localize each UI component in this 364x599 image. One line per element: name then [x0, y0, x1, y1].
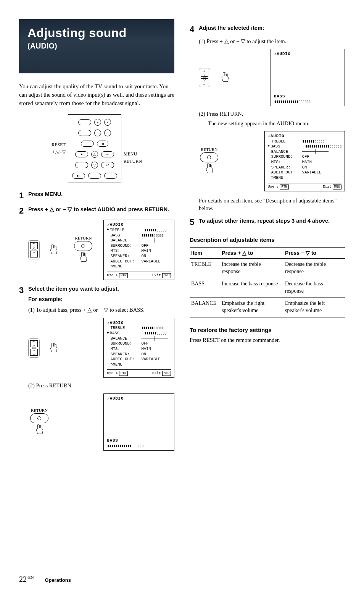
step-3-illustration-1: +△▽− ♪AUDIO TREBLE▮▮▮▮▮▮▯▯▯▯▯ BASS▮▮▮▮▮▮…	[28, 318, 174, 378]
hand-icon	[78, 252, 89, 263]
step-2: 2 Press + △ or − ▽ to select AUDIO and p…	[19, 206, 174, 216]
step-4-illustration-1: +△▽− ♪AUDIO BASS ▮▮▮▮▮▮▮▮▮▮▮▮▯▯▯▯▯▯	[199, 49, 345, 106]
label-return: RETURN	[124, 158, 142, 165]
step-3-line2: (2) Press RETURN.	[28, 382, 174, 389]
osd-screen-step2: ♪AUDIO TREBLE▮▮▮▮▮▮▯▯▯▯▯ BASS▮▮▮▮▮▮▯▯▯▯▯…	[103, 220, 174, 280]
return-label: RETURN	[199, 147, 219, 152]
hand-icon	[48, 244, 59, 256]
step-3-num: 3	[19, 285, 27, 295]
step-3-head2: For example:	[28, 296, 63, 302]
step-4-tail: For details on each item, see "Descripti…	[199, 197, 345, 212]
section-banner: Adjusting sound (AUDIO)	[19, 19, 174, 73]
step-3-head: Select the item you want to adjust.	[28, 286, 119, 292]
table-row: BASS Increase the bass response Decrease…	[190, 278, 345, 298]
remote-diagram: RESET +△/−▽ ++ −− ⏮ ●△→ ▽↩ ⏯ MENU RETURN	[19, 114, 174, 183]
step-3-line1: (1) To adjust bass, press + △ or − ▽ to …	[28, 306, 174, 314]
step-2-head: Press + △ or − ▽ to select AUDIO and pre…	[28, 206, 169, 212]
step-4-line2: (2) Press RETURN.	[199, 110, 345, 118]
step-1-head: Press MENU.	[28, 191, 63, 197]
step-2-illustration: +△▽− RETURN ♪AUDIO TREBLE▮▮▮▮▮▮▯▯▯▯▯ BAS…	[28, 220, 174, 280]
up-down-icon: +△▽−	[28, 338, 40, 358]
step-1: 1 Press MENU.	[19, 191, 174, 201]
return-label: RETURN	[28, 408, 50, 413]
step-4: 4 Adjust the selected item:	[190, 24, 345, 34]
step-3-illustration-2: RETURN ♪AUDIO BASS ▮▮▮▮▮▮▮▮▮▮▮▮▯▯▯▯▯▯	[28, 393, 174, 451]
up-down-icon: +△▽−	[199, 68, 210, 87]
hand-icon	[219, 72, 230, 83]
desc-table: Item Press + △ to Press − ▽ to TREBLE In…	[190, 247, 345, 317]
th-up: Press + △ to	[220, 247, 283, 259]
th-item: Item	[190, 247, 220, 259]
osd-screen-step4b: ♪AUDIO TREBLE▮▮▮▮▮▮▯▯▯▯▯ BASS▮▮▮▮▮▮▮▮▮▮▮…	[264, 131, 345, 191]
step-3: 3 Select the item you want to adjust. Fo…	[19, 285, 174, 303]
label-plusminus: +△/−▽	[52, 149, 66, 156]
step-5: 5 To adjust other items, repeat steps 3 …	[190, 217, 345, 227]
hand-icon	[34, 424, 45, 435]
page-lang: -EN	[27, 575, 34, 580]
step-1-num: 1	[19, 191, 27, 201]
label-menu: MENU	[124, 151, 142, 158]
osd-screen-step4a: ♪AUDIO BASS ▮▮▮▮▮▮▮▮▮▮▮▮▯▯▯▯▯▯	[271, 49, 345, 106]
step-4-line3: The new setting appears in the AUDIO men…	[208, 120, 345, 127]
banner-subtitle: (AUDIO)	[27, 42, 166, 50]
osd-screen-step3b: ♪AUDIO BASS ▮▮▮▮▮▮▮▮▮▮▮▮▯▯▯▯▯▯	[103, 393, 174, 451]
step-4-illustration-2: RETURN ♪AUDIO TREBLE▮▮▮▮▮▮▯▯▯▯▯ BASS▮▮▮▮…	[199, 131, 345, 191]
hand-icon	[204, 163, 214, 175]
hand-icon	[48, 342, 59, 354]
return-button-icon	[74, 241, 92, 251]
step-5-num: 5	[190, 217, 197, 227]
banner-title: Adjusting sound	[27, 26, 166, 40]
page-footer: 22-EN Operations	[19, 575, 71, 584]
step-4-num: 4	[190, 24, 197, 34]
label-reset: RESET	[52, 141, 66, 149]
intro-paragraph: You can adjust the quality of the TV sou…	[19, 83, 174, 107]
table-row: TREBLE Increase the treble response Decr…	[190, 259, 345, 278]
restore-text: Press RESET on the remote commander.	[190, 337, 345, 343]
osd-screen-step3a: ♪AUDIO TREBLE▮▮▮▮▮▮▯▯▯▯▯ BASS▮▮▮▮▮▮▯▯▯▯▯…	[103, 318, 174, 378]
step-2-num: 2	[19, 206, 27, 216]
up-down-icon: +△▽−	[28, 240, 40, 259]
restore-title: To restore the factory settings	[190, 327, 345, 333]
return-label: RETURN	[72, 236, 94, 240]
page-number: 22	[19, 575, 27, 583]
return-button-icon	[200, 152, 218, 162]
table-row: BALANCE Emphasize the right speaker's vo…	[190, 297, 345, 317]
step-5-head: To adjust other items, repeat steps 3 an…	[199, 218, 330, 224]
step-4-head: Adjust the selected item:	[199, 25, 264, 31]
desc-title: Description of adjustable items	[190, 236, 345, 243]
return-button-icon	[30, 413, 48, 423]
remote-body: ++ −− ⏮ ●△→ ▽↩ ⏯	[68, 114, 121, 183]
step-4-line1: (1) Press + △ or − ▽ to adjust the item.	[199, 37, 345, 45]
footer-section: Operations	[39, 577, 71, 584]
th-down: Press − ▽ to	[283, 247, 345, 259]
